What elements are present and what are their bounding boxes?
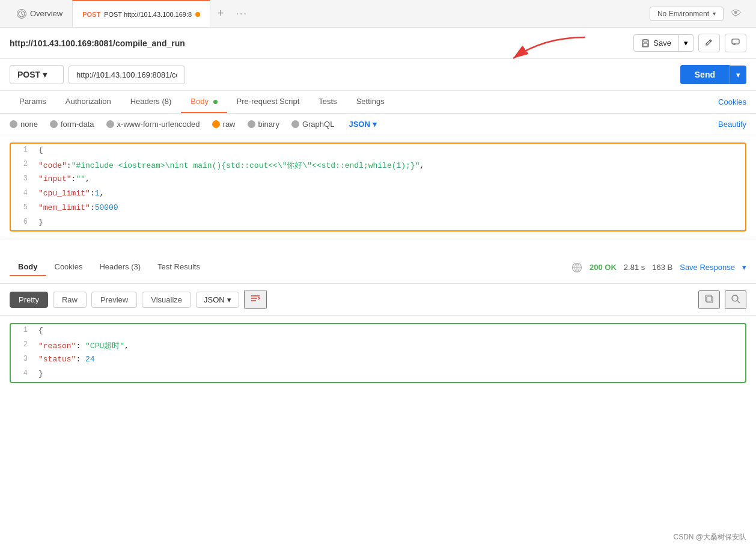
tab-headers[interactable]: Headers (8) — [121, 91, 181, 113]
preview-button[interactable]: Preview — [91, 292, 137, 308]
search-icon — [731, 294, 740, 304]
add-tab-button[interactable]: + — [210, 7, 231, 20]
resp-code-line-4: 4 } — [11, 367, 745, 382]
overview-tab[interactable]: Overview — [7, 0, 72, 27]
option-raw[interactable]: raw — [212, 120, 236, 129]
option-form-data[interactable]: form-data — [50, 120, 94, 129]
visualize-button[interactable]: Visualize — [142, 292, 191, 308]
status-size-label: 163 B — [652, 263, 672, 272]
method-chevron-icon: ▾ — [43, 70, 47, 79]
tab-authorization[interactable]: Authorization — [56, 91, 121, 113]
request-title: http://101.43.100.169:8081/compile_and_r… — [10, 38, 185, 48]
search-button[interactable] — [725, 290, 746, 309]
save-button[interactable]: Save — [633, 34, 679, 52]
json-format-dropdown[interactable]: JSON ▾ — [349, 120, 376, 129]
request-code-editor[interactable]: 1 { 2 "code":"#include <iostream>\nint m… — [10, 143, 746, 232]
resp-tab-cookies[interactable]: Cookies — [46, 259, 91, 276]
tab-body[interactable]: Body — [181, 91, 227, 113]
body-options: none form-data x-www-form-urlencoded raw… — [0, 114, 756, 135]
watermark: CSDN @大桑树保安队 — [673, 532, 746, 542]
json-chevron-icon: ▾ — [373, 120, 377, 129]
binary-radio[interactable] — [248, 120, 255, 128]
env-chevron-icon: ▾ — [713, 10, 716, 17]
graphql-radio[interactable] — [291, 120, 299, 128]
tab-bar: Overview POST POST http://101.43.100.169… — [0, 0, 756, 28]
code-line-6: 6 } — [11, 216, 745, 230]
resp-code-line-3: 3 "status": 24 — [11, 353, 745, 367]
url-bar-area: http://101.43.100.169:8081/compile_and_r… — [0, 28, 756, 59]
resp-tab-headers[interactable]: Headers (3) — [91, 259, 149, 276]
response-header: Body Cookies Headers (3) Test Results 20… — [0, 251, 756, 284]
save-response-chevron-icon[interactable]: ▾ — [742, 263, 746, 272]
comment-icon — [731, 38, 740, 46]
tab-tests[interactable]: Tests — [309, 91, 346, 113]
raw-radio[interactable] — [212, 120, 220, 128]
overview-label: Overview — [30, 9, 62, 18]
tab-pre-request[interactable]: Pre-request Script — [227, 91, 309, 113]
pretty-button[interactable]: Pretty — [10, 292, 48, 308]
resp-code-line-1: 1 { — [11, 324, 745, 339]
resp-tab-body[interactable]: Body — [10, 259, 46, 276]
send-dropdown-button[interactable]: ▾ — [730, 66, 746, 84]
code-line-3: 3 "input":"", — [11, 173, 745, 187]
tab-settings[interactable]: Settings — [347, 91, 394, 113]
svg-point-18 — [732, 295, 738, 301]
resp-code-line-2: 2 "reason": "CPU超时", — [11, 339, 745, 353]
response-format-bar: Pretty Raw Preview Visualize JSON ▾ — [0, 284, 756, 316]
body-active-dot — [213, 100, 218, 104]
code-line-2: 2 "code":"#include <iostream>\nint main(… — [11, 158, 745, 173]
option-urlencoded[interactable]: x-www-form-urlencoded — [106, 120, 200, 129]
more-tabs-button[interactable]: ··· — [231, 8, 252, 19]
option-none[interactable]: none — [10, 120, 38, 129]
save-dropdown-button[interactable]: ▾ — [679, 34, 694, 52]
comment-button[interactable] — [725, 34, 746, 52]
url-input[interactable] — [69, 66, 185, 84]
edit-button[interactable] — [698, 34, 720, 52]
form-data-radio[interactable] — [50, 120, 58, 128]
pencil-icon — [705, 38, 713, 46]
status-time-label: 2.81 s — [624, 263, 645, 272]
none-radio[interactable] — [10, 120, 17, 128]
globe-icon — [572, 262, 582, 273]
option-graphql[interactable]: GraphQL — [291, 120, 334, 129]
code-line-4: 4 "cpu_limit":1, — [11, 187, 745, 201]
copy-icon — [704, 294, 714, 304]
option-binary[interactable]: binary — [248, 120, 279, 129]
resp-json-chevron-icon: ▾ — [227, 295, 231, 304]
method-selector[interactable]: POST ▾ — [10, 65, 64, 84]
save-response-button[interactable]: Save Response — [680, 263, 735, 272]
svg-line-2 — [22, 14, 23, 15]
raw-button[interactable]: Raw — [53, 292, 87, 308]
wrap-button[interactable] — [244, 290, 267, 309]
request-tabs-nav: Params Authorization Headers (8) Body Pr… — [0, 91, 756, 114]
request-url-small: POST http://101.43.100.169:8 — [104, 11, 192, 18]
json-format-label: JSON — [349, 120, 370, 129]
code-line-1: 1 { — [11, 144, 745, 158]
eye-icon[interactable]: 👁 — [724, 7, 749, 20]
request-builder: POST ▾ Send ▾ — [0, 59, 756, 91]
no-environment-selector[interactable]: No Environment ▾ — [650, 7, 724, 21]
resp-tab-test-results[interactable]: Test Results — [149, 259, 209, 276]
method-label: POST — [17, 70, 40, 79]
svg-line-19 — [737, 301, 740, 303]
send-button[interactable]: Send — [680, 65, 730, 84]
beautify-button[interactable]: Beautify — [718, 120, 746, 129]
cookies-link[interactable]: Cookies — [718, 91, 746, 112]
request-method-small: POST — [82, 11, 100, 18]
status-area: 200 OK 2.81 s 163 B Save Response ▾ — [572, 262, 746, 273]
resp-json-label: JSON — [204, 295, 225, 304]
tab-params[interactable]: Params — [10, 91, 56, 113]
request-tab[interactable]: POST POST http://101.43.100.169:8 — [72, 0, 210, 27]
svg-rect-7 — [732, 39, 739, 44]
send-button-group: Send ▾ — [680, 65, 746, 84]
status-ok-label: 200 OK — [590, 263, 617, 272]
copy-button[interactable] — [698, 290, 720, 309]
url-bar-actions: Save ▾ — [633, 34, 746, 52]
save-icon — [641, 39, 650, 48]
resp-json-dropdown[interactable]: JSON ▾ — [196, 292, 239, 308]
svg-rect-5 — [643, 43, 648, 46]
code-line-5: 5 "mem_limit":50000 — [11, 201, 745, 216]
save-button-group: Save ▾ — [633, 34, 694, 52]
urlencoded-radio[interactable] — [106, 120, 114, 128]
wrap-icon — [250, 293, 261, 303]
